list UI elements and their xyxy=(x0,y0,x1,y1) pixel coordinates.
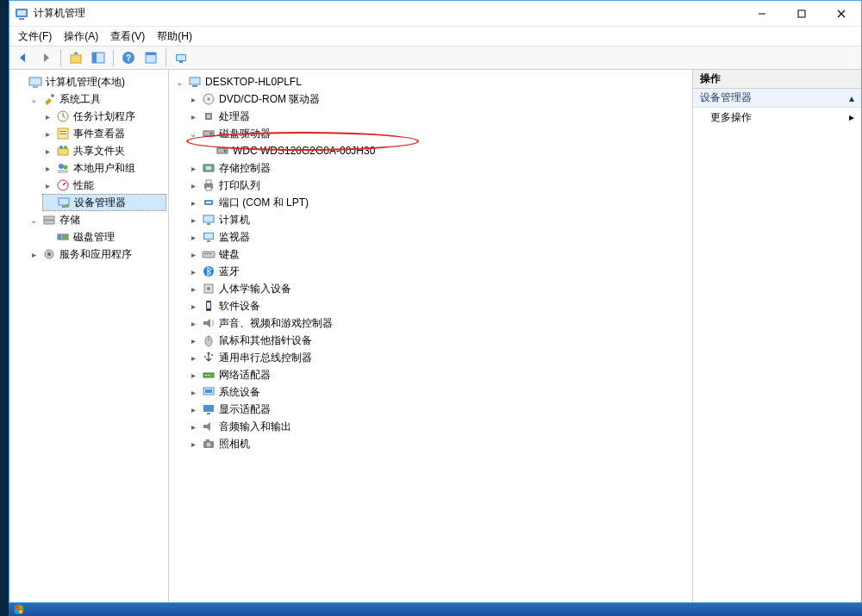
hid-icon xyxy=(202,282,216,296)
expand-icon[interactable]: ▸ xyxy=(188,232,198,242)
tree-disk-management[interactable]: ▸磁盘管理 xyxy=(42,228,166,246)
menu-action[interactable]: 操作(A) xyxy=(64,29,98,44)
tree-label: 系统设备 xyxy=(219,385,260,400)
tree-task-scheduler[interactable]: ▸任务计划程序 xyxy=(42,108,166,125)
tree-device-manager[interactable]: ▸设备管理器 xyxy=(42,194,166,211)
device-computer[interactable]: ▸计算机 xyxy=(188,211,690,228)
maximize-button[interactable] xyxy=(782,1,821,27)
device-software-devices[interactable]: ▸软件设备 xyxy=(188,297,690,314)
scan-hardware-button[interactable] xyxy=(171,48,191,67)
menu-file[interactable]: 文件(F) xyxy=(18,29,52,44)
expand-icon[interactable]: ▸ xyxy=(42,128,53,139)
svg-point-36 xyxy=(66,204,69,208)
device-mouse[interactable]: ▸鼠标和其他指针设备 xyxy=(188,332,690,349)
expand-icon[interactable]: ▸ xyxy=(188,180,198,190)
forward-button[interactable] xyxy=(35,48,56,67)
expand-icon[interactable]: ▸ xyxy=(188,94,198,104)
collapse-icon[interactable]: ⌄ xyxy=(188,128,198,139)
collapse-up-icon: ▴ xyxy=(849,92,854,104)
device-audio-io[interactable]: ▸音频输入和输出 xyxy=(188,418,690,435)
cpu-icon xyxy=(202,109,216,123)
expand-icon[interactable]: ▸ xyxy=(188,111,198,121)
expand-icon[interactable]: ▸ xyxy=(28,249,39,259)
svg-marker-7 xyxy=(20,53,25,62)
device-disk-drives[interactable]: ⌄磁盘驱动器 xyxy=(188,125,690,142)
dvd-icon xyxy=(202,92,216,106)
up-button[interactable] xyxy=(66,48,86,67)
minimize-button[interactable] xyxy=(742,1,782,27)
expand-icon[interactable]: ▸ xyxy=(188,421,198,432)
device-display-adapters[interactable]: ▸显示适配器 xyxy=(188,401,690,418)
collapse-icon[interactable]: ⌄ xyxy=(174,77,184,87)
actions-more[interactable]: 更多操作 ▸ xyxy=(693,108,861,127)
device-dvd[interactable]: ▸DVD/CD-ROM 驱动器 xyxy=(188,90,690,108)
console-tree-pane[interactable]: ▸ 计算机管理(本地) ⌄ 系统工具 ▸任务计划程序 xyxy=(9,70,169,602)
expand-icon[interactable]: ▸ xyxy=(188,283,198,294)
back-button[interactable] xyxy=(13,48,34,67)
svg-point-28 xyxy=(59,146,63,149)
disk-drive-icon xyxy=(216,144,229,158)
device-network[interactable]: ▸网络适配器 xyxy=(188,366,690,383)
shared-folders-icon xyxy=(56,144,70,158)
svg-rect-9 xyxy=(71,55,81,63)
device-print-queues[interactable]: ▸打印队列 xyxy=(188,177,690,194)
device-ports[interactable]: ▸端口 (COM 和 LPT) xyxy=(188,194,690,211)
expand-icon[interactable]: ▸ xyxy=(42,146,53,156)
expand-icon[interactable]: ▸ xyxy=(188,249,198,259)
expand-icon[interactable]: ▸ xyxy=(188,318,198,328)
menu-view[interactable]: 查看(V) xyxy=(110,29,145,44)
start-button[interactable] xyxy=(9,603,43,616)
expand-icon[interactable]: ▸ xyxy=(42,180,53,190)
actions-section-device-manager[interactable]: 设备管理器 ▴ xyxy=(693,89,861,108)
expand-icon[interactable]: ▸ xyxy=(188,370,198,380)
expand-icon[interactable]: ▸ xyxy=(188,266,198,277)
expand-icon[interactable]: ▸ xyxy=(188,404,198,414)
device-root[interactable]: ⌄ DESKTOP-HL0PLFL xyxy=(174,73,690,90)
svg-rect-67 xyxy=(204,253,206,254)
help-button[interactable]: ? xyxy=(118,48,139,67)
device-tree-pane[interactable]: ⌄ DESKTOP-HL0PLFL ▸DVD/CD-ROM 驱动器 ▸处理器 ⌄… xyxy=(169,70,693,602)
expand-icon[interactable]: ▸ xyxy=(42,163,53,173)
collapse-icon[interactable]: ⌄ xyxy=(28,94,39,104)
expand-icon[interactable]: ▸ xyxy=(188,335,198,345)
expand-icon[interactable]: ▸ xyxy=(42,111,53,121)
show-hide-tree-button[interactable] xyxy=(88,48,109,67)
device-usb[interactable]: ▸通用串行总线控制器 xyxy=(188,349,690,366)
tree-local-users[interactable]: ▸本地用户和组 xyxy=(42,159,166,177)
expand-icon[interactable]: ▸ xyxy=(188,352,198,363)
svg-rect-1 xyxy=(19,18,24,20)
tree-root-computer-management[interactable]: ▸ 计算机管理(本地) xyxy=(15,73,166,90)
tree-shared-folders[interactable]: ▸共享文件夹 xyxy=(42,142,166,159)
device-sound[interactable]: ▸声音、视频和游戏控制器 xyxy=(188,314,690,332)
tree-performance[interactable]: ▸性能 xyxy=(42,177,166,194)
device-bluetooth[interactable]: ▸蓝牙 xyxy=(188,263,690,280)
device-disk-wdc[interactable]: ▸WDC WDS120G2G0A-00JH30 xyxy=(202,142,690,159)
tree-storage[interactable]: ⌄ 存储 xyxy=(28,211,166,228)
tree-event-viewer[interactable]: ▸事件查看器 xyxy=(42,125,166,142)
svg-rect-16 xyxy=(146,53,156,55)
expand-icon[interactable]: ▸ xyxy=(188,301,198,311)
close-button[interactable] xyxy=(821,1,861,27)
device-storage-controllers[interactable]: ▸存储控制器 xyxy=(188,159,690,177)
collapse-icon[interactable]: ⌄ xyxy=(28,215,39,225)
device-hid[interactable]: ▸人体学输入设备 xyxy=(188,280,690,297)
expand-icon[interactable]: ▸ xyxy=(188,439,198,449)
device-cameras[interactable]: ▸照相机 xyxy=(188,435,690,452)
expand-icon[interactable]: ▸ xyxy=(188,387,198,397)
tree-services-apps[interactable]: ▸ 服务和应用程序 xyxy=(28,246,166,263)
tree-label: 服务和应用程序 xyxy=(59,247,132,262)
taskbar[interactable] xyxy=(9,603,862,616)
device-system[interactable]: ▸系统设备 xyxy=(188,383,690,401)
device-keyboards[interactable]: ▸键盘 xyxy=(188,246,690,263)
tree-label: 人体学输入设备 xyxy=(219,282,291,296)
menu-help[interactable]: 帮助(H) xyxy=(157,29,192,44)
tree-system-tools[interactable]: ⌄ 系统工具 xyxy=(28,90,166,108)
toolbar-separator xyxy=(166,49,166,66)
device-cpu[interactable]: ▸处理器 xyxy=(188,108,690,125)
expand-icon[interactable]: ▸ xyxy=(188,163,198,173)
properties-button[interactable] xyxy=(141,48,161,67)
expand-icon[interactable]: ▸ xyxy=(188,215,198,225)
expand-icon[interactable]: ▸ xyxy=(188,197,198,208)
device-monitors[interactable]: ▸监视器 xyxy=(188,228,690,246)
svg-point-43 xyxy=(47,252,51,256)
